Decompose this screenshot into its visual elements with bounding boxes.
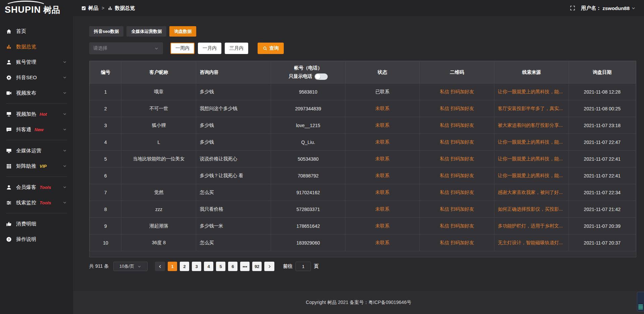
tab-douyin-seo-data[interactable]: 抖音seo数据 [89, 26, 123, 37]
page-button-6[interactable]: 6 [228, 262, 237, 271]
cell-qr-link[interactable]: 私信 扫码加好友 [420, 151, 494, 167]
grid-icon [6, 163, 12, 169]
cell-source-link[interactable]: 客厅安装投影半年多了，真实... [494, 100, 569, 117]
page-size-value: 10条/页 [119, 263, 134, 269]
cell-date: 2021-11-07 20:39 [569, 218, 636, 234]
cell-nickname: 不可一世 [121, 100, 196, 117]
sidebar-item-data-overview[interactable]: 数据总览 [0, 39, 73, 54]
chevron-down-icon [62, 200, 67, 205]
filter-select[interactable]: 请选择 [89, 42, 163, 54]
table-row: 7觉然怎么买917024162未联系私信 扫码加好友感谢大家喜欢我家，被问了好.… [90, 184, 636, 201]
prev-page-button[interactable] [155, 262, 165, 271]
sidebar-item-video-publish[interactable]: 视频发布 [0, 85, 73, 101]
breadcrumb-root[interactable]: 树品 [88, 5, 98, 11]
cell-nickname: 当地比较能吃的一位美女 [121, 151, 196, 167]
cell-qr-link[interactable]: 私信 扫码加好友 [420, 100, 494, 117]
sidebar-item-badge: New [35, 127, 44, 132]
cell-qr-link[interactable]: 私信 扫码加好友 [420, 167, 494, 184]
sidebar-item-consumption-detail[interactable]: 消费明细 [0, 216, 73, 231]
sidebar-item-omni-media[interactable]: 全媒体运营 [0, 143, 73, 158]
app-icon [81, 6, 86, 11]
period-button-month[interactable]: 一月内 [198, 43, 221, 54]
sidebar-item-clue-monitor[interactable]: 线索监控 Tools [0, 195, 73, 210]
sidebar-item-matrix-boost[interactable]: 矩阵助推 VIP [0, 158, 73, 174]
page-button-1[interactable]: 1 [168, 262, 177, 271]
sidebar-item-member-baoke[interactable]: 会员爆客 Tools [0, 179, 73, 195]
table-body: 1哦章多少钱9583810已联系私信 扫码加好友让你一眼就爱上的黑科技，能...… [90, 84, 636, 251]
chevron-down-icon [631, 6, 636, 11]
sidebar-item-badge: Tools [40, 200, 51, 205]
cell-qr-link[interactable]: 私信 扫码加好友 [420, 134, 494, 151]
page-button-4[interactable]: 4 [204, 262, 213, 271]
sidebar-item-video-heat[interactable]: 视频加热 Hot [0, 106, 73, 122]
table-header-row: 编号客户昵称咨询内容帐号（电话）只显示电话状态二维码线索来源询盘日期 [90, 61, 636, 84]
page-more-button[interactable]: ••• [240, 262, 250, 271]
cell-content: 怎么买 [196, 234, 271, 251]
gear-icon [6, 75, 12, 81]
page-size-select[interactable]: 10条/页 [113, 262, 148, 271]
period-button-week[interactable]: 一周内 [170, 43, 195, 54]
sidebar-item-label: 抖音SEO [16, 74, 37, 81]
cell-source-link[interactable]: 多功能护栏灯，适用于乡村文... [494, 218, 569, 234]
cell-source-link[interactable]: 让你一眼就爱上的黑科技，能... [494, 167, 569, 184]
cell-account: 2097344839 [271, 100, 345, 117]
cell-status: 未联系 [345, 234, 419, 251]
cell-source-link[interactable]: 感谢大家喜欢我家，被问了好... [494, 184, 569, 201]
phone-only-label: 只显示电话 [289, 73, 312, 80]
col-header-5: 二维码 [420, 61, 494, 84]
cell-source-link[interactable]: 被大家追着问的客厅投影分享... [494, 117, 569, 134]
sidebar-item-account-management[interactable]: 账号管理 [0, 54, 73, 70]
cell-nickname: zzz [121, 201, 196, 218]
page-button-92[interactable]: 92 [252, 262, 262, 271]
page-button-2[interactable]: 2 [180, 262, 189, 271]
cell-id: 6 [90, 167, 121, 184]
cell-date: 2021-11-07 21:42 [569, 201, 636, 218]
topbar-right: 用户名： zswodun88 [570, 5, 636, 11]
col-header-2: 咨询内容 [196, 61, 271, 84]
cell-qr-link[interactable]: 私信 扫码加好友 [420, 184, 494, 201]
goto-page-input[interactable] [296, 262, 311, 271]
cell-nickname: 潮起潮落 [121, 218, 196, 234]
tab-inquiry-data[interactable]: 询盘数据 [169, 26, 196, 37]
sidebar-item-badge: Hot [40, 112, 47, 117]
page-nav: 123456•••92 [155, 262, 274, 271]
cell-qr-link[interactable]: 私信 扫码加好友 [420, 218, 494, 234]
cell-source-link[interactable]: 无主灯设计，智能磁吸轨道灯... [494, 234, 569, 251]
cell-qr-link[interactable]: 私信 扫码加好友 [420, 84, 494, 100]
main-area: 树品 > 数据总览 用户名： zswodun88 抖音seo数据全媒体运营数据询… [73, 0, 644, 314]
fullscreen-button[interactable] [570, 5, 576, 11]
sidebar-item-label: 线索监控 [16, 200, 36, 206]
cell-content: 多少钱？让我死心 看 [196, 167, 271, 184]
cell-qr-link[interactable]: 私信 扫码加好友 [420, 117, 494, 134]
chevron-down-icon [137, 264, 142, 269]
sidebar-item-badge: Tools [40, 185, 51, 190]
user-menu[interactable]: 用户名： zswodun88 [581, 5, 636, 11]
table-row: 6多少钱？让我死心 看70898792未联系私信 扫码加好友让你一眼就爱上的黑科… [90, 167, 636, 184]
cell-date: 2021-11-07 23:18 [569, 117, 636, 134]
sidebar-item-operation-guide[interactable]: ? 操作说明 [0, 231, 73, 247]
sidebar-item-label: 全媒体运营 [16, 148, 41, 154]
page-button-3[interactable]: 3 [192, 262, 201, 271]
chevron-down-icon [62, 127, 67, 132]
page-button-5[interactable]: 5 [216, 262, 225, 271]
cell-qr-link[interactable]: 私信 扫码加好友 [420, 201, 494, 218]
cell-source-link[interactable]: 如何正确选择投影仪，买投影... [494, 201, 569, 218]
cell-source-link[interactable]: 让你一眼就爱上的黑科技，能... [494, 151, 569, 167]
sidebar-item-label: 矩阵助推 [16, 163, 36, 169]
sidebar-item-home[interactable]: 首页 [0, 23, 73, 39]
table-row: 4L多少钱Q_Liu.未联系私信 扫码加好友让你一眼就爱上的黑科技，能...20… [90, 134, 636, 151]
phone-only-toggle[interactable] [315, 73, 328, 80]
cell-account: 70898792 [271, 167, 345, 184]
tab-omni-media-data[interactable]: 全媒体运营数据 [126, 26, 166, 37]
cell-qr-link[interactable]: 私信 扫码加好友 [420, 234, 494, 251]
cell-date: 2021-11-07 22:47 [569, 134, 636, 151]
sidebar-item-douyin-seo[interactable]: 抖音SEO [0, 70, 73, 85]
period-button-quarter[interactable]: 三月内 [225, 43, 248, 54]
fullscreen-icon [570, 7, 576, 12]
search-button[interactable]: 查询 [258, 43, 284, 54]
cell-source-link[interactable]: 让你一眼就爱上的黑科技，能... [494, 134, 569, 151]
col-header-7: 询盘日期 [569, 61, 636, 84]
next-page-button[interactable] [264, 262, 274, 271]
cell-source-link[interactable]: 让你一眼就爱上的黑科技，能... [494, 84, 569, 100]
sidebar-item-douketong[interactable]: 抖客通 New [0, 122, 73, 137]
